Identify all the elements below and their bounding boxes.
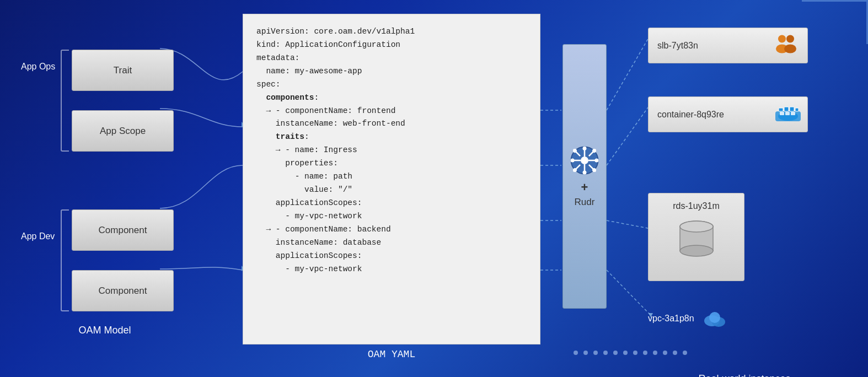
dots-separator: [574, 351, 687, 355]
svg-rect-40: [795, 108, 799, 111]
yaml-content: apiVersion: core.oam.dev/v1alpha1 kind: …: [256, 25, 527, 276]
trait-box: Trait: [72, 50, 174, 91]
cloud-icon: [701, 309, 728, 328]
svg-point-50: [709, 312, 720, 323]
svg-rect-41: [780, 112, 784, 115]
people-icon: [772, 33, 800, 58]
oam-model-label: OAM Model: [78, 325, 131, 336]
svg-point-33: [786, 35, 794, 42]
kubernetes-panel: + Rudr: [562, 44, 607, 309]
vpc-label: vpc-3a1p8n: [648, 314, 694, 324]
svg-point-24: [583, 170, 587, 174]
instances-section: slb-7yt83n container-8q93re: [637, 11, 852, 364]
app-ops-label: App Ops: [21, 62, 55, 72]
rds-instance-box: rds-1uy31m: [648, 193, 744, 281]
svg-point-46: [680, 245, 713, 256]
svg-rect-42: [785, 112, 790, 115]
slb-instance-box: slb-7yt83n: [648, 28, 808, 63]
yaml-panel: apiVersion: core.oam.dev/v1alpha1 kind: …: [243, 14, 540, 344]
svg-rect-37: [779, 108, 783, 111]
app-ops-bracket: [61, 50, 69, 152]
yaml-section-label: OAM YAML: [368, 347, 415, 363]
vpc-instance: vpc-3a1p8n: [648, 309, 728, 328]
oam-model-section: App Ops App Dev Trait App Scope Componen…: [17, 22, 193, 342]
component2-box: Component: [72, 270, 174, 311]
svg-point-29: [592, 149, 596, 153]
svg-rect-38: [784, 107, 789, 111]
svg-point-47: [680, 221, 713, 232]
svg-rect-43: [791, 112, 795, 115]
rds-label: rds-1uy31m: [673, 201, 719, 211]
docker-icon: [774, 103, 802, 127]
container-instance-box: container-8q93re: [648, 96, 808, 132]
app-dev-bracket: [61, 209, 69, 311]
container-label: container-8q93re: [657, 110, 724, 120]
kubernetes-icon: [569, 145, 600, 176]
svg-point-26: [594, 159, 598, 163]
svg-point-25: [571, 159, 575, 163]
app-dev-label: App Dev: [21, 231, 55, 241]
svg-point-14: [581, 157, 588, 164]
svg-point-23: [583, 147, 587, 150]
svg-rect-39: [790, 107, 794, 111]
component1-box: Component: [72, 209, 174, 251]
svg-point-34: [784, 44, 796, 53]
instances-section-label: Real-world instances: [698, 373, 790, 377]
database-icon: [674, 217, 719, 261]
svg-point-31: [778, 35, 786, 42]
svg-point-27: [573, 149, 577, 153]
rudr-label: Rudr: [575, 197, 595, 208]
appscope-box: App Scope: [72, 110, 174, 152]
svg-point-28: [592, 168, 596, 172]
svg-point-30: [573, 168, 577, 172]
plus-sign: +: [581, 180, 588, 195]
slb-label: slb-7yt83n: [657, 41, 698, 51]
